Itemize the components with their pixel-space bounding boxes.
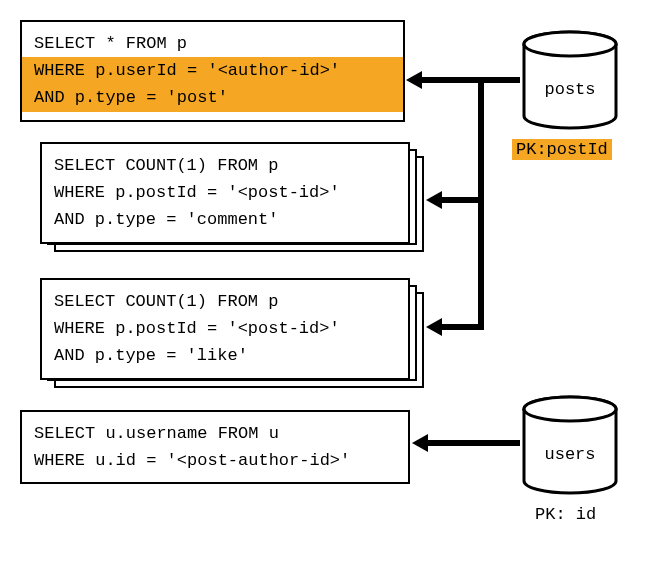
database-cylinder-users: users [520,395,620,495]
pk-prefix: PK: [516,140,547,159]
query-text: AND p.type = 'comment' [54,206,396,233]
pk-key: id [576,505,596,524]
svg-point-1 [524,32,616,56]
query-text: WHERE u.id = '<post-author-id>' [34,447,396,474]
query-box-3: SELECT COUNT(1) FROM p WHERE p.postId = … [40,278,410,380]
pk-key: postId [547,140,608,159]
query-text-highlight: WHERE p.userId = '<author-id>' [22,57,403,84]
connector-line [440,324,484,330]
database-label: users [520,445,620,464]
query-text-highlight: AND p.type = 'post' [22,84,403,111]
query-text: SELECT COUNT(1) FROM p [54,288,396,315]
pk-prefix: PK: [535,505,566,524]
pk-label-users: PK: id [535,505,596,524]
connector-line [426,440,520,446]
arrow-head-icon [412,434,428,452]
database-label: posts [520,80,620,99]
database-cylinder-posts: posts [520,30,620,130]
query-box-1: SELECT * FROM p WHERE p.userId = '<autho… [20,20,405,122]
query-text: SELECT u.username FROM u [34,420,396,447]
query-box-2: SELECT COUNT(1) FROM p WHERE p.postId = … [40,142,410,244]
arrow-head-icon [426,318,442,336]
connector-line [421,77,481,83]
query-box-4: SELECT u.username FROM u WHERE u.id = '<… [20,410,410,484]
query-text: SELECT COUNT(1) FROM p [54,152,396,179]
connector-line [478,77,484,330]
query-text: SELECT * FROM p [34,30,391,57]
query-text: AND p.type = 'like' [54,342,396,369]
pk-label-posts: PK:postId [512,140,612,159]
query-text: WHERE p.postId = '<post-id>' [54,315,396,342]
arrow-head-icon [426,191,442,209]
connector-line [440,197,482,203]
query-text: WHERE p.postId = '<post-id>' [54,179,396,206]
arrow-head-icon [406,71,422,89]
connector-line [478,77,520,83]
svg-point-3 [524,397,616,421]
